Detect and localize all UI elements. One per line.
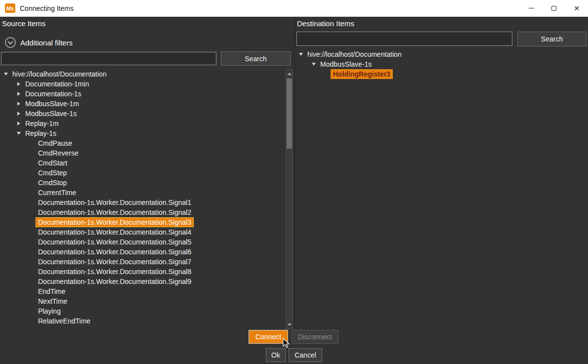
maximize-button[interactable] <box>543 0 565 16</box>
expand-arrow-icon[interactable] <box>15 90 23 98</box>
tree-item-label: CmdStart <box>36 158 70 168</box>
tree-item-documentation-1s[interactable]: Documentation-1s <box>0 89 286 99</box>
tree-item-currenttime[interactable]: CurrentTime <box>0 188 286 198</box>
tree-item-label: ModbusSlave-1s <box>318 59 374 69</box>
tree-item-label: CurrentTime <box>36 188 79 198</box>
maximize-icon <box>551 6 556 11</box>
collapse-arrow-icon[interactable] <box>15 129 23 137</box>
indent-spacer <box>28 169 36 177</box>
expand-arrow-icon[interactable] <box>15 100 23 108</box>
tree-item-cmdstop[interactable]: CmdStop <box>0 178 286 188</box>
tree-item-replay-1m[interactable]: Replay-1m <box>0 119 286 128</box>
source-search-input[interactable] <box>1 52 216 65</box>
scroll-down-icon[interactable] <box>286 321 293 328</box>
tree-item-documentation-1s-worker-documentation-signal6[interactable]: Documentation-1s.Worker.Documentation.Si… <box>0 247 286 257</box>
tree-item-label: ModbusSlave-1s <box>23 109 79 119</box>
tree-item-label: CmdPause <box>36 138 75 148</box>
scrollbar-thumb[interactable] <box>287 79 292 149</box>
tree-item-documentation-1s-worker-documentation-signal4[interactable]: Documentation-1s.Worker.Documentation.Si… <box>0 227 286 237</box>
tree-item-documentation-1s-worker-documentation-signal2[interactable]: Documentation-1s.Worker.Documentation.Si… <box>0 207 286 217</box>
additional-filters-label: Additional filters <box>20 39 73 47</box>
tree-item-endtime[interactable]: EndTime <box>0 286 286 296</box>
tree-item-relativeendtime[interactable]: RelativeEndTime <box>0 316 286 326</box>
tree-item-label: CmdStep <box>36 168 69 178</box>
tree-item-label: RelativeEndTime <box>36 316 93 326</box>
disconnect-button[interactable]: Disconnect <box>292 330 338 344</box>
tree-item-cmdstep[interactable]: CmdStep <box>0 168 286 178</box>
tree-item-documentation-1s-worker-documentation-signal3[interactable]: Documentation-1s.Worker.Documentation.Si… <box>0 217 286 227</box>
tree-item-label: Documentation-1s.Worker.Documentation.Si… <box>36 217 194 227</box>
tree-item-documentation-1s-worker-documentation-signal8[interactable]: Documentation-1s.Worker.Documentation.Si… <box>0 267 286 277</box>
tree-item-documentation-1s-worker-documentation-signal1[interactable]: Documentation-1s.Worker.Documentation.Si… <box>0 198 286 207</box>
tree-item-label: CmdReverse <box>36 148 81 158</box>
scroll-up-icon[interactable] <box>286 70 293 78</box>
indent-spacer <box>28 139 36 147</box>
tree-item-hive-localhost-documentation[interactable]: hive://localhost/Documentation <box>0 69 286 79</box>
tree-item-label: Documentation-1s <box>23 89 84 99</box>
tree-item-cmdreverse[interactable]: CmdReverse <box>0 148 286 158</box>
indent-spacer <box>28 228 36 236</box>
tree-item-label: Documentation-1s.Worker.Documentation.Si… <box>36 277 194 286</box>
indent-spacer <box>28 287 36 295</box>
indent-spacer <box>28 179 36 187</box>
destination-search-button[interactable]: Search <box>517 32 587 46</box>
destination-tree: hive://localhost/DocumentationModbusSlav… <box>295 49 587 326</box>
expand-arrow-icon[interactable] <box>15 120 23 127</box>
additional-filters-toggle[interactable]: Additional filters <box>5 37 73 48</box>
tree-item-modbusslave-1s[interactable]: ModbusSlave-1s <box>0 109 286 119</box>
tree-item-documentation-1s-worker-documentation-signal5[interactable]: Documentation-1s.Worker.Documentation.Si… <box>0 237 286 247</box>
tree-item-documentation-1s-worker-documentation-signal7[interactable]: Documentation-1s.Worker.Documentation.Si… <box>0 257 286 267</box>
destination-panel: Destination Items Search hive://localhos… <box>295 17 588 364</box>
tree-item-label: Documentation-1s.Worker.Documentation.Si… <box>36 247 194 257</box>
tree-item-nexttime[interactable]: NextTime <box>0 296 286 306</box>
tree-item-hive-localhost-documentation[interactable]: hive://localhost/Documentation <box>295 49 587 59</box>
expand-arrow-icon[interactable] <box>15 80 23 88</box>
tree-item-documentation-1s-worker-documentation-signal9[interactable]: Documentation-1s.Worker.Documentation.Si… <box>0 277 286 286</box>
app-logo-icon: Ms <box>5 3 15 13</box>
tree-item-label: hive://localhost/Documentation <box>305 49 404 59</box>
indent-spacer <box>28 199 36 206</box>
tree-item-label: HoldingRegister3 <box>331 69 393 79</box>
collapse-arrow-icon[interactable] <box>310 60 318 68</box>
window-title: Connecting Items <box>20 4 74 12</box>
tree-item-cmdstart[interactable]: CmdStart <box>0 158 286 168</box>
destination-search-input[interactable] <box>296 32 512 46</box>
source-search-button[interactable]: Search <box>221 51 291 66</box>
indent-spacer <box>28 278 36 285</box>
tree-item-modbusslave-1s[interactable]: ModbusSlave-1s <box>295 59 587 69</box>
tree-item-modbusslave-1m[interactable]: ModbusSlave-1m <box>0 99 286 109</box>
destination-panel-title: Destination Items <box>297 19 354 28</box>
close-button[interactable]: ✕ <box>565 0 588 16</box>
indent-spacer <box>28 238 36 246</box>
minimize-button[interactable] <box>520 0 543 16</box>
tree-item-label: hive://localhost/Documentation <box>10 69 109 79</box>
tree-item-label: Documentation-1s.Worker.Documentation.Si… <box>36 207 194 217</box>
tree-item-replay-1s[interactable]: Replay-1s <box>0 128 286 138</box>
tree-item-label: Replay-1s <box>23 128 59 138</box>
collapse-arrow-icon[interactable] <box>2 70 10 78</box>
ok-button[interactable]: Ok <box>266 348 286 362</box>
indent-spacer <box>28 317 36 325</box>
tree-item-label: Documentation-1s.Worker.Documentation.Si… <box>36 257 194 267</box>
expand-arrow-icon[interactable] <box>15 110 23 118</box>
tree-item-playing[interactable]: Playing <box>0 306 286 316</box>
source-tree-scrollbar[interactable] <box>286 69 293 329</box>
chevron-down-icon <box>7 39 13 44</box>
tree-item-label: NextTime <box>36 296 70 306</box>
expand-filters-icon[interactable] <box>5 37 16 48</box>
connect-button[interactable]: Connect <box>249 330 288 344</box>
tree-item-label: Documentation-1s.Worker.Documentation.Si… <box>36 227 194 237</box>
indent-spacer <box>28 208 36 216</box>
tree-item-label: EndTime <box>36 286 68 296</box>
tree-item-documentation-1min[interactable]: Documentation-1min <box>0 79 286 89</box>
indent-spacer <box>28 159 36 167</box>
tree-item-cmdpause[interactable]: CmdPause <box>0 138 286 148</box>
indent-spacer <box>28 218 36 226</box>
collapse-arrow-icon[interactable] <box>297 50 305 58</box>
tree-item-holdingregister3[interactable]: HoldingRegister3 <box>295 69 587 79</box>
close-icon: ✕ <box>574 5 580 12</box>
source-tree: hive://localhost/DocumentationDocumentat… <box>0 69 286 329</box>
cancel-button[interactable]: Cancel <box>289 348 322 362</box>
tree-item-label: Playing <box>36 306 63 316</box>
source-panel-title: Source Items <box>2 19 45 28</box>
